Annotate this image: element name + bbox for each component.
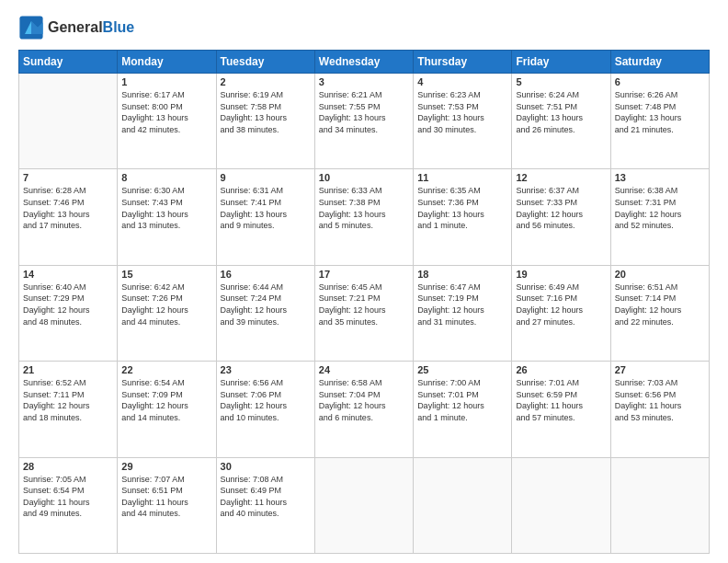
calendar-cell	[19, 74, 118, 169]
day-number: 16	[221, 269, 311, 280]
day-number: 2	[221, 76, 311, 87]
calendar-cell: 1Sunrise: 6:17 AMSunset: 8:00 PMDaylight…	[118, 74, 216, 169]
day-number: 25	[417, 364, 507, 375]
day-number: 8	[121, 172, 211, 183]
day-info: Sunrise: 6:17 AMSunset: 8:00 PMDaylight:…	[121, 89, 211, 135]
calendar-table: SundayMondayTuesdayWednesdayThursdayFrid…	[18, 50, 710, 554]
day-number: 10	[319, 172, 409, 183]
day-info: Sunrise: 6:35 AMSunset: 7:36 PMDaylight:…	[417, 185, 507, 231]
day-info: Sunrise: 6:31 AMSunset: 7:41 PMDaylight:…	[221, 185, 311, 231]
day-number: 6	[615, 76, 705, 87]
weekday-header-friday: Friday	[512, 51, 610, 74]
week-row-5: 28Sunrise: 7:05 AMSunset: 6:54 PMDayligh…	[19, 457, 710, 553]
day-number: 30	[221, 461, 311, 472]
calendar-cell: 21Sunrise: 6:52 AMSunset: 7:11 PMDayligh…	[19, 362, 118, 457]
day-info: Sunrise: 6:58 AMSunset: 7:04 PMDaylight:…	[319, 377, 409, 423]
day-number: 7	[23, 172, 113, 183]
calendar-cell: 2Sunrise: 6:19 AMSunset: 7:58 PMDaylight…	[216, 74, 314, 169]
day-info: Sunrise: 6:56 AMSunset: 7:06 PMDaylight:…	[221, 377, 311, 423]
day-info: Sunrise: 6:38 AMSunset: 7:31 PMDaylight:…	[615, 185, 705, 231]
day-info: Sunrise: 6:21 AMSunset: 7:55 PMDaylight:…	[319, 89, 409, 135]
calendar-cell: 11Sunrise: 6:35 AMSunset: 7:36 PMDayligh…	[414, 169, 512, 265]
calendar-cell: 13Sunrise: 6:38 AMSunset: 7:31 PMDayligh…	[610, 169, 709, 265]
calendar-cell: 27Sunrise: 7:03 AMSunset: 6:56 PMDayligh…	[610, 362, 709, 457]
calendar-cell: 28Sunrise: 7:05 AMSunset: 6:54 PMDayligh…	[19, 457, 118, 553]
day-info: Sunrise: 6:24 AMSunset: 7:51 PMDaylight:…	[516, 89, 606, 135]
day-number: 17	[319, 269, 409, 280]
calendar-cell: 18Sunrise: 6:47 AMSunset: 7:19 PMDayligh…	[414, 265, 512, 361]
calendar-cell: 25Sunrise: 7:00 AMSunset: 7:01 PMDayligh…	[414, 362, 512, 457]
day-number: 21	[23, 364, 113, 375]
day-info: Sunrise: 6:54 AMSunset: 7:09 PMDaylight:…	[121, 377, 211, 423]
day-number: 28	[23, 461, 113, 472]
day-number: 18	[417, 269, 507, 280]
day-info: Sunrise: 6:44 AMSunset: 7:24 PMDaylight:…	[221, 282, 311, 327]
calendar-cell: 7Sunrise: 6:28 AMSunset: 7:46 PMDaylight…	[19, 169, 118, 265]
day-info: Sunrise: 6:42 AMSunset: 7:26 PMDaylight:…	[121, 282, 211, 327]
calendar-cell: 29Sunrise: 7:07 AMSunset: 6:51 PMDayligh…	[118, 457, 216, 553]
calendar-cell: 10Sunrise: 6:33 AMSunset: 7:38 PMDayligh…	[314, 169, 413, 265]
day-info: Sunrise: 6:49 AMSunset: 7:16 PMDaylight:…	[516, 282, 606, 327]
day-number: 24	[319, 364, 409, 375]
calendar-cell	[512, 457, 610, 553]
day-info: Sunrise: 7:07 AMSunset: 6:51 PMDaylight:…	[121, 474, 211, 520]
day-info: Sunrise: 6:37 AMSunset: 7:33 PMDaylight:…	[516, 185, 606, 231]
day-number: 12	[516, 172, 606, 183]
calendar-cell	[610, 457, 709, 553]
day-number: 3	[319, 76, 409, 87]
calendar-cell: 3Sunrise: 6:21 AMSunset: 7:55 PMDaylight…	[314, 74, 413, 169]
day-number: 4	[417, 76, 507, 87]
day-number: 19	[516, 269, 606, 280]
calendar-cell: 9Sunrise: 6:31 AMSunset: 7:41 PMDaylight…	[216, 169, 314, 265]
day-info: Sunrise: 6:26 AMSunset: 7:48 PMDaylight:…	[615, 89, 705, 135]
calendar-cell: 4Sunrise: 6:23 AMSunset: 7:53 PMDaylight…	[414, 74, 512, 169]
calendar-cell: 6Sunrise: 6:26 AMSunset: 7:48 PMDaylight…	[610, 74, 709, 169]
day-number: 1	[121, 76, 211, 87]
calendar-cell: 22Sunrise: 6:54 AMSunset: 7:09 PMDayligh…	[118, 362, 216, 457]
day-info: Sunrise: 6:30 AMSunset: 7:43 PMDaylight:…	[121, 185, 211, 231]
logo-text: GeneralBlue	[48, 19, 134, 36]
week-row-4: 21Sunrise: 6:52 AMSunset: 7:11 PMDayligh…	[19, 362, 710, 457]
day-info: Sunrise: 6:45 AMSunset: 7:21 PMDaylight:…	[319, 282, 409, 327]
calendar-cell: 5Sunrise: 6:24 AMSunset: 7:51 PMDaylight…	[512, 74, 610, 169]
calendar-cell: 19Sunrise: 6:49 AMSunset: 7:16 PMDayligh…	[512, 265, 610, 361]
day-number: 14	[23, 269, 113, 280]
weekday-header-row: SundayMondayTuesdayWednesdayThursdayFrid…	[19, 51, 710, 74]
weekday-header-sunday: Sunday	[19, 51, 118, 74]
weekday-header-wednesday: Wednesday	[314, 51, 413, 74]
day-info: Sunrise: 7:08 AMSunset: 6:49 PMDaylight:…	[221, 474, 311, 520]
week-row-1: 1Sunrise: 6:17 AMSunset: 8:00 PMDaylight…	[19, 74, 710, 169]
week-row-2: 7Sunrise: 6:28 AMSunset: 7:46 PMDaylight…	[19, 169, 710, 265]
weekday-header-saturday: Saturday	[610, 51, 709, 74]
calendar-cell: 14Sunrise: 6:40 AMSunset: 7:29 PMDayligh…	[19, 265, 118, 361]
calendar-cell: 24Sunrise: 6:58 AMSunset: 7:04 PMDayligh…	[314, 362, 413, 457]
day-number: 20	[615, 269, 705, 280]
page-header: GeneralBlue	[18, 15, 710, 40]
day-info: Sunrise: 6:23 AMSunset: 7:53 PMDaylight:…	[417, 89, 507, 135]
day-number: 26	[516, 364, 606, 375]
calendar-cell: 12Sunrise: 6:37 AMSunset: 7:33 PMDayligh…	[512, 169, 610, 265]
calendar-cell: 15Sunrise: 6:42 AMSunset: 7:26 PMDayligh…	[118, 265, 216, 361]
day-info: Sunrise: 6:40 AMSunset: 7:29 PMDaylight:…	[23, 282, 113, 327]
day-info: Sunrise: 6:52 AMSunset: 7:11 PMDaylight:…	[23, 377, 113, 423]
day-number: 9	[221, 172, 311, 183]
day-number: 23	[221, 364, 311, 375]
logo: GeneralBlue	[18, 15, 134, 40]
day-number: 13	[615, 172, 705, 183]
calendar-cell: 17Sunrise: 6:45 AMSunset: 7:21 PMDayligh…	[314, 265, 413, 361]
day-info: Sunrise: 6:33 AMSunset: 7:38 PMDaylight:…	[319, 185, 409, 231]
weekday-header-tuesday: Tuesday	[216, 51, 314, 74]
weekday-header-monday: Monday	[118, 51, 216, 74]
day-info: Sunrise: 6:51 AMSunset: 7:14 PMDaylight:…	[615, 282, 705, 327]
day-number: 5	[516, 76, 606, 87]
logo-icon	[18, 15, 44, 40]
calendar-cell: 20Sunrise: 6:51 AMSunset: 7:14 PMDayligh…	[610, 265, 709, 361]
week-row-3: 14Sunrise: 6:40 AMSunset: 7:29 PMDayligh…	[19, 265, 710, 361]
day-number: 27	[615, 364, 705, 375]
day-info: Sunrise: 7:03 AMSunset: 6:56 PMDaylight:…	[615, 377, 705, 423]
calendar-cell	[414, 457, 512, 553]
day-info: Sunrise: 7:00 AMSunset: 7:01 PMDaylight:…	[417, 377, 507, 423]
calendar-cell: 26Sunrise: 7:01 AMSunset: 6:59 PMDayligh…	[512, 362, 610, 457]
day-info: Sunrise: 6:47 AMSunset: 7:19 PMDaylight:…	[417, 282, 507, 327]
day-info: Sunrise: 6:28 AMSunset: 7:46 PMDaylight:…	[23, 185, 113, 231]
